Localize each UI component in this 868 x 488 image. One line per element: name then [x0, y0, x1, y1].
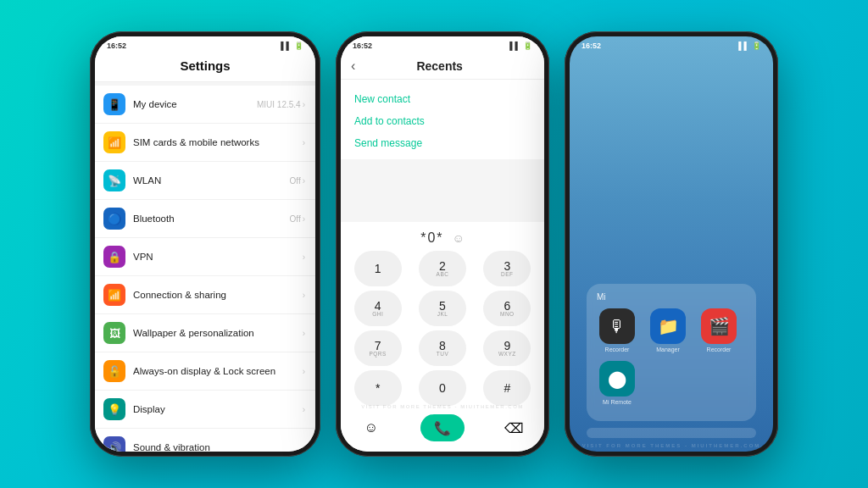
settings-right-connection-sharing: › — [303, 291, 305, 300]
settings-icon-sim-cards: 📶 — [103, 131, 125, 153]
settings-text-connection-sharing: Connection & sharing — [133, 290, 303, 300]
phone-settings: 16:52 ▌▌ 🔋 Settings 📱 My device MIUI 12.… — [90, 31, 320, 457]
settings-text-sim-cards: SIM cards & mobile networks — [133, 137, 303, 147]
dial-key-letters-key-8: TUV — [437, 352, 449, 358]
settings-label-connection-sharing: Connection & sharing — [133, 290, 303, 300]
folder-widget[interactable]: Mi 🎙 Recorder 📁 Manager 🎬 Recorder ⬤ Mi … — [587, 284, 756, 421]
dial-key-letters-key-4: GHI — [372, 312, 383, 318]
settings-icon-wlan: 📡 — [103, 169, 125, 191]
app-label-0-row2: Mi Remote — [603, 399, 632, 406]
settings-label-display: Display — [133, 404, 303, 414]
folder-title: Mi — [595, 292, 748, 302]
settings-label-sim-cards: SIM cards & mobile networks — [133, 137, 303, 147]
status-icons-1: ▌▌ 🔋 — [281, 42, 303, 50]
settings-icon-sound-vibration: 🔊 — [103, 436, 125, 452]
settings-item-display[interactable]: 💡 Display › — [95, 391, 315, 429]
dial-emoji-button[interactable]: ☺ — [354, 411, 388, 445]
dial-key-key-6[interactable]: 6 MNO — [483, 291, 531, 326]
dialer-smiley-icon[interactable]: ☺ — [453, 231, 465, 245]
settings-text-sound-vibration: Sound & vibration — [133, 442, 303, 452]
recents-header: ‹ Recents — [341, 52, 544, 80]
dialer: *0* ☺ 1 2 ABC 3 DEF 4 GHI 5 JKL 6 MNO 7 … — [341, 222, 544, 452]
dial-key-key-4[interactable]: 4 GHI — [354, 291, 402, 326]
settings-right-always-on-display: › — [303, 367, 305, 376]
settings-item-bluetooth[interactable]: 🔵 Bluetooth Off › — [95, 200, 315, 238]
settings-text-wlan: WLAN — [133, 175, 290, 186]
settings-label-vpn: VPN — [133, 252, 303, 262]
settings-right-sim-cards: › — [303, 138, 305, 147]
settings-item-sim-cards[interactable]: 📶 SIM cards & mobile networks › — [95, 124, 315, 162]
dial-key-key-hash[interactable]: # — [483, 370, 531, 406]
dial-key-key-1[interactable]: 1 — [354, 251, 402, 286]
dial-key-key-7[interactable]: 7 PQRS — [354, 330, 402, 366]
dial-key-key-9[interactable]: 9 WXYZ — [483, 330, 531, 366]
recents-empty-area — [341, 159, 544, 222]
settings-value-bluetooth: Off — [290, 214, 301, 224]
dial-key-key-star[interactable]: * — [354, 370, 402, 406]
dial-key-num-key-0: 0 — [439, 382, 446, 394]
chevron-icon-always-on-display: › — [303, 367, 305, 376]
dial-key-key-5[interactable]: 5 JKL — [419, 291, 466, 326]
recents-action-new-contact[interactable]: New contact — [354, 88, 531, 110]
settings-icon-display: 💡 — [103, 398, 125, 420]
dial-key-num-key-7: 7 — [375, 340, 381, 352]
settings-right-wlan: Off › — [290, 176, 306, 186]
recents-title: Recents — [362, 59, 517, 73]
settings-right-my-device: MIUI 12.5.4 › — [257, 100, 305, 109]
dial-key-key-8[interactable]: 8 TUV — [419, 330, 466, 366]
app-label-2-row1: Recorder — [707, 347, 732, 353]
back-button[interactable]: ‹ — [351, 58, 355, 74]
app-0-row2[interactable]: ⬤ Mi Remote — [595, 361, 639, 406]
dial-key-letters-key-7: PQRS — [369, 352, 386, 358]
settings-item-my-device[interactable]: 📱 My device MIUI 12.5.4 › — [95, 86, 315, 124]
phone-recents: 16:52 ▌▌ 🔋 ‹ Recents New contactAdd to c… — [336, 31, 549, 457]
dial-back-button[interactable]: ⌫ — [497, 411, 531, 445]
settings-icon-my-device: 📱 — [103, 93, 125, 115]
settings-item-wlan[interactable]: 📡 WLAN Off › — [95, 162, 315, 200]
settings-item-wallpaper[interactable]: 🖼 Wallpaper & personalization › — [95, 314, 315, 352]
app-1-row1[interactable]: 📁 Manager — [646, 308, 690, 353]
settings-label-wlan: WLAN — [133, 175, 290, 186]
battery-icon-2: 🔋 — [523, 42, 532, 50]
app-label-0-row1: Recorder — [605, 347, 630, 353]
chevron-icon-my-device: › — [303, 100, 305, 109]
settings-title: Settings — [180, 58, 230, 73]
watermark-3: VISIT FOR MORE THEMES - MIUITHEMER.COM — [570, 443, 773, 448]
settings-right-wallpaper: › — [303, 329, 305, 338]
dial-key-num-key-8: 8 — [439, 340, 446, 352]
settings-item-connection-sharing[interactable]: 📶 Connection & sharing › — [95, 276, 315, 314]
dial-key-num-key-9: 9 — [504, 340, 510, 352]
settings-icon-always-on-display: 🔓 — [103, 360, 125, 382]
settings-icon-vpn: 🔒 — [103, 246, 125, 268]
dial-key-letters-key-6: MNO — [500, 312, 515, 318]
app-row-2: ⬤ Mi Remote — [595, 361, 748, 406]
app-icon-0-row2: ⬤ — [599, 361, 635, 396]
status-bar-2: 16:52 ▌▌ 🔋 — [341, 36, 544, 52]
status-icons-3: ▌▌ 🔋 — [738, 42, 761, 50]
dial-key-key-2[interactable]: 2 ABC — [419, 251, 466, 286]
dial-bottom-row: ☺ 📞 ⌫ — [348, 411, 537, 445]
app-0-row1[interactable]: 🎙 Recorder — [595, 308, 639, 353]
settings-item-sound-vibration[interactable]: 🔊 Sound & vibration › — [95, 429, 315, 452]
dial-key-key-3[interactable]: 3 DEF — [483, 251, 531, 286]
status-icons-2: ▌▌ 🔋 — [509, 42, 532, 50]
settings-label-always-on-display: Always-on display & Lock screen — [133, 366, 303, 376]
settings-list: 📱 My device MIUI 12.5.4 › 📶 SIM cards & … — [95, 86, 315, 452]
dial-key-key-0[interactable]: 0 — [419, 370, 466, 406]
app-label-1-row1: Manager — [656, 347, 680, 353]
call-button[interactable]: 📞 — [420, 414, 465, 441]
home-wallpaper-area — [570, 52, 773, 277]
signal-icon: ▌▌ — [281, 42, 292, 50]
time-2: 16:52 — [353, 42, 372, 50]
recents-action-send-message[interactable]: Send message — [354, 132, 531, 154]
settings-text-wallpaper: Wallpaper & personalization — [133, 328, 303, 338]
settings-item-vpn[interactable]: 🔒 VPN › — [95, 238, 315, 276]
settings-text-bluetooth: Bluetooth — [133, 214, 290, 224]
app-icon-2-row1: 🎬 — [701, 308, 737, 344]
chevron-icon-wlan: › — [303, 176, 305, 186]
recents-action-add-to-contacts[interactable]: Add to contacts — [354, 110, 531, 132]
chevron-icon-vpn: › — [303, 252, 305, 262]
app-2-row1[interactable]: 🎬 Recorder — [697, 308, 741, 353]
settings-label-wallpaper: Wallpaper & personalization — [133, 328, 303, 338]
settings-item-always-on-display[interactable]: 🔓 Always-on display & Lock screen › — [95, 352, 315, 391]
